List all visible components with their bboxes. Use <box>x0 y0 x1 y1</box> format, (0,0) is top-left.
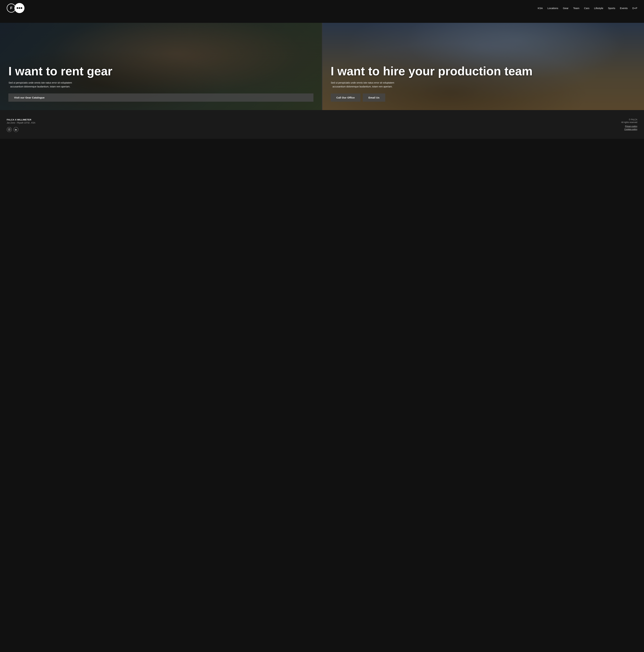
footer-address: Jax Zone – Riyadh 13732 , KSA <box>7 121 35 124</box>
millimeter-icon <box>17 6 23 10</box>
nav-sports[interactable]: Sports <box>608 7 615 9</box>
nav-team[interactable]: Team <box>573 7 580 9</box>
hero-right-cta-group: Call Our Office Email Us <box>331 93 636 102</box>
footer-links: Privacy policy Cookies policy <box>621 125 637 131</box>
svg-point-4 <box>9 129 10 130</box>
svg-rect-3 <box>8 129 10 131</box>
hero-right-content: I want to hire your production team Sed … <box>322 23 644 110</box>
footer-left: FALCA X MILLIMETER Jax Zone – Riyadh 137… <box>7 118 35 132</box>
hero-left-content: I want to rent gear Sed ut perspiciatis … <box>0 23 322 110</box>
privacy-policy-link[interactable]: Privacy policy <box>625 125 637 128</box>
header-spacer <box>0 16 644 23</box>
call-office-button[interactable]: Call Our Office <box>331 93 361 102</box>
svg-point-0 <box>17 7 18 9</box>
hero-right-desc: Sed ut perspiciatis unde omnis iste natu… <box>331 81 394 88</box>
site-header: F KSA Locations Gear Team Cars Lifestyle… <box>0 0 644 16</box>
footer-rights: All rights reserved <box>621 121 637 124</box>
hero-section: I want to rent gear Sed ut perspiciatis … <box>0 23 644 110</box>
footer-right: © FALCA All rights reserved Privacy poli… <box>621 118 637 131</box>
instagram-icon <box>8 128 10 131</box>
hero-right-title: I want to hire your production team <box>331 65 636 78</box>
nav-ksa[interactable]: KSA <box>538 7 543 9</box>
svg-point-7 <box>15 129 15 129</box>
logo[interactable]: F <box>7 3 25 13</box>
nav-lifestyle[interactable]: Lifestyle <box>594 7 603 9</box>
nav-locations[interactable]: Locations <box>548 7 558 9</box>
hero-panel-left: I want to rent gear Sed ut perspiciatis … <box>0 23 322 110</box>
hero-left-title: I want to rent gear <box>8 65 313 78</box>
svg-point-1 <box>19 7 20 9</box>
nav-cars[interactable]: Cars <box>584 7 589 9</box>
gear-catalogue-button[interactable]: Visit our Gear Catalogue <box>8 93 313 102</box>
footer-copyright: © FALCA <box>621 118 637 121</box>
hero-left-desc: Sed ut perspiciatis unde omnis iste natu… <box>8 81 72 88</box>
svg-rect-6 <box>15 129 15 131</box>
footer-socials <box>7 127 35 132</box>
nav-gear[interactable]: Gear <box>563 7 568 9</box>
site-footer: FALCA X MILLIMETER Jax Zone – Riyadh 137… <box>0 110 644 139</box>
email-us-button[interactable]: Email Us <box>363 93 385 102</box>
nav-dp[interactable]: D+P <box>632 7 637 9</box>
logo-f-circle: F <box>7 3 16 12</box>
footer-brand: FALCA X MILLIMETER <box>7 118 35 121</box>
main-nav: KSA Locations Gear Team Cars Lifestyle S… <box>538 7 637 9</box>
cookies-policy-link[interactable]: Cookies policy <box>624 128 637 131</box>
instagram-link[interactable] <box>7 127 12 132</box>
hero-panel-right: I want to hire your production team Sed … <box>322 23 644 110</box>
nav-events[interactable]: Events <box>620 7 628 9</box>
linkedin-link[interactable] <box>13 127 19 132</box>
linkedin-icon <box>15 128 17 131</box>
svg-point-2 <box>21 7 22 9</box>
logo-m-circle <box>15 3 25 13</box>
